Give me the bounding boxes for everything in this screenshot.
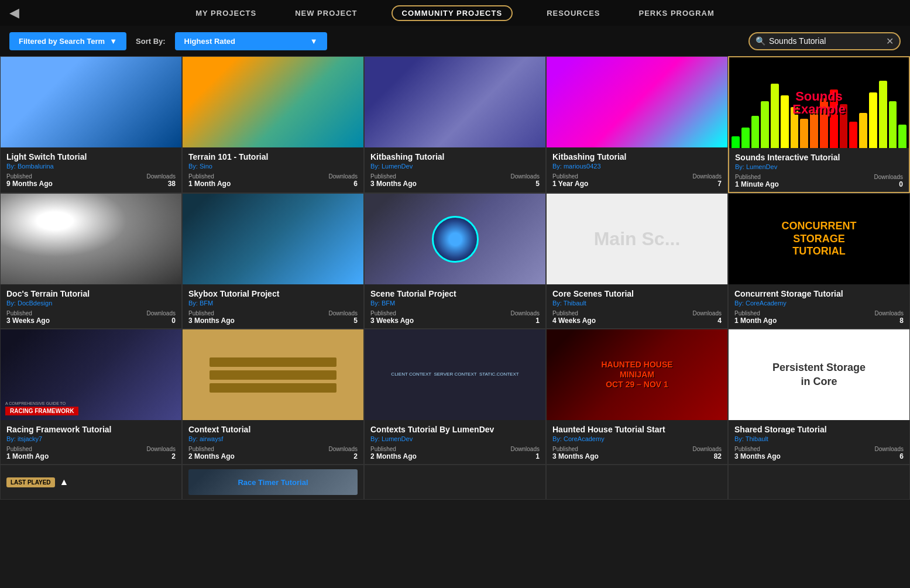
search-clear-button[interactable]: ✕ xyxy=(886,36,894,47)
card-published-15: Published 3 Months Ago xyxy=(734,446,781,460)
card-body-12: Context Tutorial By: airwaysf Published … xyxy=(183,420,363,464)
nav-links: MY PROJECTSNEW PROJECTCOMMUNITY PROJECTS… xyxy=(191,5,719,21)
project-card-13[interactable]: CLIENT CONTEXT SERVER CONTEXT STATIC.CON… xyxy=(364,329,546,465)
card-published-4: Published 1 Year Ago xyxy=(552,173,588,188)
nav-link-resources[interactable]: RESOURCES xyxy=(542,6,605,20)
nav-link-community-projects[interactable]: COMMUNITY PROJECTS xyxy=(392,5,513,21)
card-body-15: Shared Storage Tutorial By: Thibault Pub… xyxy=(729,420,909,464)
card-title-15: Shared Storage Tutorial xyxy=(734,425,904,434)
filter-dropdown[interactable]: Filtered by Search Term ▼ xyxy=(9,32,126,50)
card-author-2: By: Sino xyxy=(188,163,358,170)
project-card-8[interactable]: Scene Tutorial Project By: BFM Published… xyxy=(364,193,546,329)
project-card-1[interactable]: Light Switch Tutorial By: Bombalurina Pu… xyxy=(0,56,182,193)
published-label: Published xyxy=(370,310,414,317)
card-body-13: Contexts Tutorial By LumenDev By: LumenD… xyxy=(365,420,545,464)
card-title-2: Terrain 101 - Tutorial xyxy=(188,152,358,161)
card-meta-11: Published 1 Month Ago Downloads 2 xyxy=(6,446,176,460)
nav-link-perks-program[interactable]: PERKS PROGRAM xyxy=(634,6,719,20)
card-meta-12: Published 2 Months Ago Downloads 2 xyxy=(188,446,358,460)
last-played-card[interactable]: LAST PLAYED ▲ xyxy=(0,465,182,500)
published-label: Published xyxy=(734,446,781,452)
card-meta-1: Published 9 Months Ago Downloads 38 xyxy=(6,173,176,188)
card-body-2: Terrain 101 - Tutorial By: Sino Publishe… xyxy=(183,147,363,191)
card-thumbnail-10: CONCURRENTSTORAGETUTORIAL xyxy=(729,194,909,284)
back-button[interactable]: ◀ xyxy=(9,5,19,20)
card-thumbnail-5: SoundsExample xyxy=(729,57,909,148)
card-title-9: Core Scenes Tutorial xyxy=(552,289,722,298)
card-published-10: Published 1 Month Ago xyxy=(734,310,777,325)
nav-link-new-project[interactable]: NEW PROJECT xyxy=(290,6,362,20)
projects-grid: Light Switch Tutorial By: Bombalurina Pu… xyxy=(0,56,910,465)
project-card-11[interactable]: A COMPREHENSIVE GUIDE TO RACING FRAMEWOR… xyxy=(0,329,182,465)
card-downloads-15: Downloads 6 xyxy=(875,446,904,460)
search-input[interactable] xyxy=(769,36,884,46)
card-downloads-13: Downloads 1 xyxy=(511,446,540,460)
card-meta-15: Published 3 Months Ago Downloads 6 xyxy=(734,446,904,460)
card-meta-14: Published 3 Months Ago Downloads 82 xyxy=(552,446,722,460)
published-value: 3 Months Ago xyxy=(370,180,417,188)
card-downloads-1: Downloads 38 xyxy=(147,173,176,188)
card-meta-2: Published 1 Month Ago Downloads 6 xyxy=(188,173,358,188)
card-published-5: Published 1 Minute Ago xyxy=(735,174,779,188)
filter-bar: Filtered by Search Term ▼ Sort By: Highe… xyxy=(0,26,910,56)
published-label: Published xyxy=(552,310,596,317)
project-card-2[interactable]: Terrain 101 - Tutorial By: Sino Publishe… xyxy=(182,56,364,193)
card-title-13: Contexts Tutorial By LumenDev xyxy=(370,425,540,434)
downloads-label: Downloads xyxy=(329,173,358,180)
card-body-4: Kitbashing Tutorial By: marious0423 Publ… xyxy=(547,147,727,191)
card-meta-3: Published 3 Months Ago Downloads 5 xyxy=(370,173,540,188)
card-author-13: By: LumenDev xyxy=(370,435,540,442)
card-meta-8: Published 3 Weeks Ago Downloads 1 xyxy=(370,310,540,325)
bottom-card-4[interactable] xyxy=(546,465,728,500)
nav-link-my-projects[interactable]: MY PROJECTS xyxy=(191,6,261,20)
project-card-7[interactable]: Skybox Tutorial Project By: BFM Publishe… xyxy=(182,193,364,329)
race-timer-card[interactable]: Race Timer Tutorial xyxy=(182,465,364,500)
project-card-9[interactable]: Main Sc... Core Scenes Tutorial By: Thib… xyxy=(546,193,728,329)
card-meta-10: Published 1 Month Ago Downloads 8 xyxy=(734,310,904,325)
project-card-15[interactable]: Persistent Storagein Core Shared Storage… xyxy=(728,329,910,465)
card-meta-7: Published 3 Months Ago Downloads 5 xyxy=(188,310,358,325)
project-card-14[interactable]: HAUNTED HOUSEMINIJAMOCT 29 – NOV 1 Haunt… xyxy=(546,329,728,465)
bottom-row: LAST PLAYED ▲ Race Timer Tutorial xyxy=(0,465,910,500)
card-author-8: By: BFM xyxy=(370,300,540,307)
card-body-6: Doc's Terrain Tutorial By: DocBdesign Pu… xyxy=(1,284,181,328)
bottom-card-5[interactable] xyxy=(728,465,910,500)
published-value: 1 Year Ago xyxy=(552,180,588,188)
downloads-label: Downloads xyxy=(147,173,176,180)
project-card-4[interactable]: Kitbashing Tutorial By: marious0423 Publ… xyxy=(546,56,728,193)
project-card-5[interactable]: SoundsExample Sounds Interactive Tutoria… xyxy=(728,56,910,193)
published-label: Published xyxy=(552,446,599,452)
project-card-10[interactable]: CONCURRENTSTORAGETUTORIAL Concurrent Sto… xyxy=(728,193,910,329)
card-title-3: Kitbashing Tutorial xyxy=(370,152,540,161)
downloads-value: 5 xyxy=(329,317,358,325)
published-label: Published xyxy=(6,310,50,317)
downloads-value: 2 xyxy=(147,452,176,460)
published-label: Published xyxy=(552,173,588,180)
published-value: 3 Weeks Ago xyxy=(370,317,414,325)
downloads-label: Downloads xyxy=(693,173,722,180)
card-body-8: Scene Tutorial Project By: BFM Published… xyxy=(365,284,545,328)
downloads-label: Downloads xyxy=(875,310,904,317)
sort-dropdown[interactable]: Highest Rated ▼ xyxy=(175,32,327,50)
card-author-1: By: Bombalurina xyxy=(6,163,176,170)
published-value: 3 Weeks Ago xyxy=(6,317,50,325)
card-downloads-11: Downloads 2 xyxy=(147,446,176,460)
published-label: Published xyxy=(188,446,235,452)
bottom-card-3[interactable] xyxy=(364,465,546,500)
card-downloads-6: Downloads 0 xyxy=(147,310,176,325)
card-title-4: Kitbashing Tutorial xyxy=(552,152,722,161)
card-title-14: Haunted House Tutorial Start xyxy=(552,425,722,434)
card-thumbnail-6 xyxy=(1,194,181,284)
card-body-14: Haunted House Tutorial Start By: CoreAca… xyxy=(547,420,727,464)
downloads-label: Downloads xyxy=(329,446,358,452)
project-card-6[interactable]: Doc's Terrain Tutorial By: DocBdesign Pu… xyxy=(0,193,182,329)
project-card-3[interactable]: Kitbashing Tutorial By: LumenDev Publish… xyxy=(364,56,546,193)
published-value: 1 Month Ago xyxy=(188,180,231,188)
search-bar[interactable]: 🔍 ✕ xyxy=(748,32,901,50)
card-author-3: By: LumenDev xyxy=(370,163,540,170)
card-published-1: Published 9 Months Ago xyxy=(6,173,53,188)
downloads-value: 82 xyxy=(693,452,722,460)
published-label: Published xyxy=(735,174,779,180)
project-card-12[interactable]: Context Tutorial By: airwaysf Published … xyxy=(182,329,364,465)
card-body-3: Kitbashing Tutorial By: LumenDev Publish… xyxy=(365,147,545,191)
